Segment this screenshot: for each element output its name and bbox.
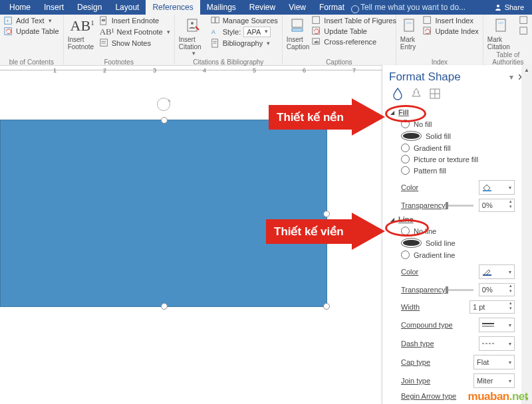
fill-transparency-row: Transparency0% <box>382 196 521 213</box>
dash-type-row: Dash type▾ <box>382 334 521 352</box>
callout-line: Thiết kế viền <box>266 213 385 250</box>
share-button[interactable]: Share <box>489 3 529 11</box>
insert-tof-button[interactable]: Insert Table of Figures <box>312 16 396 25</box>
fill-line-tab[interactable] <box>390 86 405 101</box>
effects-tab[interactable] <box>409 86 424 101</box>
cross-reference-button[interactable]: abCross-reference <box>312 37 396 47</box>
svg-rect-25 <box>424 17 431 24</box>
group-captions: Insert Caption Insert Table of Figures U… <box>283 15 396 68</box>
add-text-button[interactable]: +Add Text▾ <box>4 16 59 25</box>
line-transparency-slider[interactable] <box>446 289 473 291</box>
group-toa: Mark Citation Table of Authorities <box>483 15 532 68</box>
arrow-icon <box>352 98 385 136</box>
bibliography-icon <box>211 39 220 48</box>
rotation-handle[interactable] <box>157 98 170 111</box>
resize-handle-s[interactable] <box>161 303 168 310</box>
next-footnote-button[interactable]: AB¹Next Footnote▾ <box>100 27 170 37</box>
line-transparency-row: Transparency0% <box>382 280 521 298</box>
line-color-row: Color▾ <box>382 262 521 280</box>
fill-color-row: Color▾ <box>382 177 521 196</box>
watermark: muaban.net <box>468 390 528 403</box>
callout-fill: Thiết kế nền <box>269 98 385 136</box>
insert-index-icon <box>423 16 432 25</box>
join-type-select[interactable]: Miter▾ <box>473 373 515 388</box>
dash-type-select[interactable]: ▾ <box>479 336 515 351</box>
citation-icon <box>186 18 201 34</box>
update-table-button[interactable]: Update Table <box>312 27 396 36</box>
mark-citation-icon <box>494 18 510 34</box>
style-select[interactable]: AStyle: APA <box>211 27 278 37</box>
join-type-row: Join typeMiter▾ <box>382 371 521 389</box>
bibliography-button[interactable]: Bibliography▾ <box>211 39 278 48</box>
compound-type-row: Compound type▾ <box>382 315 521 334</box>
pane-scrollbar[interactable]: ▲▼ <box>521 65 532 404</box>
pen-icon <box>482 267 493 276</box>
svg-text:ab: ab <box>315 39 319 44</box>
tab-format[interactable]: Format <box>313 0 351 15</box>
insert-index-button[interactable]: Insert Index <box>423 16 478 25</box>
update-icon <box>423 27 432 36</box>
insert-footnote-button[interactable]: AB1 Insert Footnote <box>68 16 97 58</box>
solid-fill-radio[interactable]: Solid fill <box>401 131 516 141</box>
ribbon: +Add Text▾ Update Table ble of Contents … <box>0 15 532 66</box>
insert-caption-button[interactable]: Insert Caption <box>287 16 309 58</box>
manage-sources-icon <box>211 16 220 25</box>
pane-menu-icon[interactable]: ▾ <box>508 72 515 82</box>
tab-mailings[interactable]: Mailings <box>200 0 243 15</box>
svg-point-10 <box>191 22 194 25</box>
tof-icon <box>312 16 321 25</box>
callout-label: Thiết kế viền <box>266 219 352 244</box>
tab-review[interactable]: Review <box>243 0 282 15</box>
tell-me-input[interactable]: Tell me what you want to do... <box>351 3 466 12</box>
caption-icon <box>290 18 306 34</box>
tab-view[interactable]: View <box>282 0 313 15</box>
show-notes-button[interactable]: Show Notes <box>100 39 170 48</box>
insert-citation-button[interactable]: Insert Citation▾ <box>179 16 208 58</box>
group-citations: Insert Citation▾ Manage Sources AStyle: … <box>175 15 283 68</box>
no-fill-radio[interactable]: No fill <box>401 120 516 128</box>
tab-references[interactable]: References <box>146 0 200 15</box>
update-toa-icon <box>519 27 529 36</box>
fill-color-picker[interactable]: ▾ <box>479 180 515 195</box>
svg-rect-27 <box>496 19 505 31</box>
svg-rect-36 <box>483 274 491 276</box>
size-properties-tab[interactable] <box>428 86 442 101</box>
resize-handle-n[interactable] <box>161 117 168 124</box>
tab-list: Home Insert Design Layout References Mai… <box>3 0 351 15</box>
fill-transparency-spinner[interactable]: 0% <box>479 199 515 212</box>
pattern-fill-radio[interactable]: Pattern fill <box>401 166 516 175</box>
callout-label: Thiết kế nền <box>269 105 352 130</box>
svg-rect-11 <box>211 17 215 23</box>
group-label: Table of Authorities <box>487 51 529 66</box>
svg-rect-30 <box>520 27 527 35</box>
svg-rect-9 <box>188 19 197 31</box>
insert-endnote-button[interactable]: abInsert Endnote <box>100 16 170 25</box>
update-index-button[interactable]: Update Index <box>423 27 478 36</box>
endnote-icon: ab <box>100 16 109 25</box>
tab-design[interactable]: Design <box>70 0 108 15</box>
svg-text:+: + <box>7 19 9 23</box>
manage-sources-button[interactable]: Manage Sources <box>211 16 278 25</box>
update-toc-button[interactable]: Update Table <box>4 27 59 36</box>
line-color-picker[interactable]: ▾ <box>479 264 515 279</box>
gradient-fill-radio[interactable]: Gradient fill <box>401 144 516 152</box>
picture-fill-radio[interactable]: Picture or texture fill <box>401 155 516 163</box>
update-icon <box>312 27 321 36</box>
tab-home[interactable]: Home <box>3 0 37 15</box>
solid-line-radio[interactable]: Solid line <box>401 238 516 248</box>
tab-insert[interactable]: Insert <box>37 0 70 15</box>
svg-rect-24 <box>406 22 412 24</box>
cap-type-select[interactable]: Flat▾ <box>473 355 515 369</box>
mark-entry-button[interactable]: Mark Entry <box>400 16 421 58</box>
compound-type-select[interactable]: ▾ <box>479 318 515 332</box>
fill-transparency-slider[interactable] <box>446 205 473 207</box>
tab-layout[interactable]: Layout <box>108 0 146 15</box>
svg-rect-35 <box>483 190 491 191</box>
mark-citation-button[interactable]: Mark Citation <box>487 16 517 51</box>
line-width-spinner[interactable]: 1 pt <box>469 300 515 314</box>
gradient-line-radio[interactable]: Gradient line <box>401 251 516 259</box>
bucket-icon <box>482 183 493 192</box>
svg-rect-29 <box>520 17 527 24</box>
resize-handle-se[interactable] <box>323 303 330 310</box>
line-transparency-spinner[interactable]: 0% <box>479 283 515 296</box>
